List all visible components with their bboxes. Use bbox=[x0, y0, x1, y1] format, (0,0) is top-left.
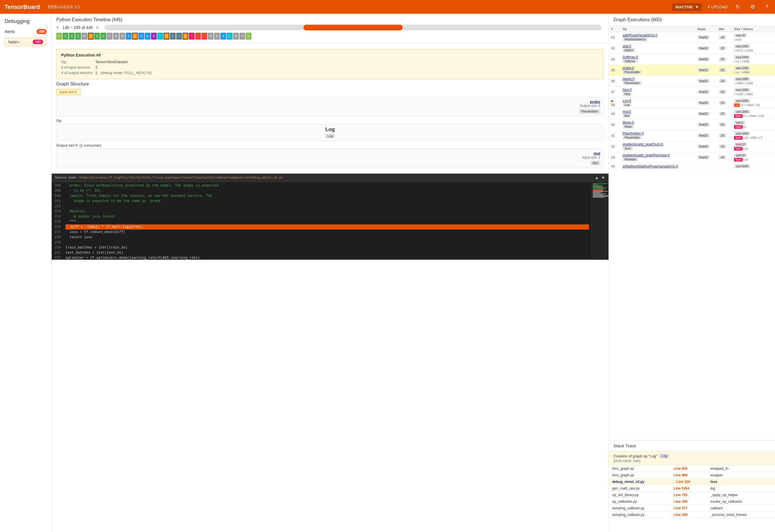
stack-fn-7: _process_stack_frames bbox=[707, 512, 775, 518]
timeline-chip-16[interactable]: C bbox=[157, 33, 163, 40]
timeline-chip-28[interactable]: R bbox=[233, 33, 239, 40]
timeline-chip-19[interactable]: I bbox=[176, 33, 182, 40]
table-row[interactable]: 87Neg:0Negfloat322Dsize:1000□×100 □×900 bbox=[609, 87, 775, 98]
size-83: size:1000 bbox=[734, 44, 750, 48]
table-row[interactable]: 92gradients/add_grad/Sum:0Sumfloat321Dsi… bbox=[609, 141, 775, 152]
timeline-chip-14[interactable]: A bbox=[145, 33, 150, 40]
timeline-chip-5[interactable]: M bbox=[88, 33, 94, 40]
op-name-90[interactable]: Mean:0 bbox=[623, 121, 634, 125]
source-scroll-down[interactable]: ▼ bbox=[601, 175, 605, 180]
refresh-button[interactable]: ↻ bbox=[733, 3, 742, 11]
timeline-chip-0[interactable]: P bbox=[56, 33, 62, 40]
timeline-chip-11[interactable]: A bbox=[126, 33, 131, 40]
timeline-chip-27[interactable]: C bbox=[227, 33, 232, 40]
line-ref-2[interactable]: Line 216 bbox=[676, 480, 690, 484]
timeline-chip-2[interactable]: S bbox=[69, 33, 75, 40]
timeline-scrubber[interactable] bbox=[104, 25, 602, 30]
line-ref-6[interactable]: Line 577 bbox=[674, 506, 687, 510]
output-op-chip[interactable]: Mul bbox=[591, 161, 600, 165]
stack-body[interactable]: func_graph.pyLine 600wrapped_fnfunc_grap… bbox=[609, 465, 775, 532]
timeline-chip-18[interactable]: I bbox=[170, 33, 176, 40]
source-line-219 bbox=[65, 240, 589, 245]
stack-op-badge[interactable]: Log bbox=[659, 454, 669, 458]
timeline-chip-17[interactable]: M bbox=[164, 33, 169, 40]
op-name-93[interactable]: gradients/add_grad/Reshape:0 bbox=[623, 153, 670, 157]
table-row[interactable]: 90Mean:0Meanfloat320Dsize:1NaN×1 bbox=[609, 119, 775, 130]
timeline-chip-3[interactable]: S bbox=[75, 33, 81, 40]
help-button[interactable]: ? bbox=[763, 3, 770, 11]
timeline-chip-30[interactable]: P bbox=[246, 33, 251, 40]
timeline-chip-12[interactable]: m bbox=[132, 33, 138, 40]
settings-button[interactable]: ⚙ bbox=[748, 3, 757, 11]
timeline-chip-29[interactable]: R bbox=[239, 33, 245, 40]
table-row[interactable]: 83add:0AddV2float322Dsize:1000□×471 □×52… bbox=[609, 43, 775, 54]
line-ref-5[interactable]: Line 208 bbox=[674, 500, 687, 504]
line-ref-4[interactable]: Line 755 bbox=[674, 493, 687, 497]
status-dropdown[interactable]: INACTIVE ▼ bbox=[672, 3, 702, 11]
timeline-chip-7[interactable]: S bbox=[100, 33, 106, 40]
timeline-chip-25[interactable]: R bbox=[214, 33, 220, 40]
scrubber-thumb[interactable] bbox=[303, 25, 403, 30]
stack-line-0[interactable]: Line 600 bbox=[670, 465, 707, 472]
timeline-chip-15[interactable]: E bbox=[151, 33, 157, 40]
timeline-chip-10[interactable]: R bbox=[119, 33, 125, 40]
timeline-chip-6[interactable]: S bbox=[94, 33, 100, 40]
line-ref-7[interactable]: Line 258 bbox=[674, 513, 687, 517]
nan-badge[interactable]: NaN/∞ 499 bbox=[5, 38, 47, 46]
timeline-chip-8[interactable]: R bbox=[107, 33, 112, 40]
dim-90: 0D bbox=[719, 123, 726, 127]
timeline-chip-9[interactable]: R bbox=[113, 33, 119, 40]
input-op-chip[interactable]: Placeholder bbox=[579, 109, 600, 114]
timeline-chip-4[interactable]: R bbox=[81, 33, 87, 40]
stack-line-4[interactable]: Line 755 bbox=[670, 492, 707, 498]
timeline-chip-22[interactable]: - bbox=[195, 33, 201, 40]
source-body: 2082092102112122132142152162172182192202… bbox=[52, 182, 609, 260]
table-row[interactable]: 86labels:0Placeholderfloat322Dsize:1000□… bbox=[609, 76, 775, 87]
line-ref-3[interactable]: Line 5264 bbox=[674, 486, 689, 490]
prev-button[interactable]: < bbox=[56, 25, 59, 30]
upload-button[interactable]: ℹ UPLOAD bbox=[708, 5, 728, 9]
timeline-chip-24[interactable]: R bbox=[208, 33, 213, 40]
table-row[interactable]: 94d/MatMul/MatMul/ReadVariableOp:0size:5… bbox=[609, 163, 775, 170]
chevron-down-icon: ▼ bbox=[695, 5, 699, 9]
op-name-85[interactable]: probs:0 bbox=[623, 66, 634, 70]
op-name-87[interactable]: Neg:0 bbox=[623, 88, 632, 92]
table-row[interactable]: 82add/ReadVariableOp:0ReadVariableOpfloa… bbox=[609, 32, 775, 43]
table-row[interactable]: 85probs:0Placeholderfloat322Dsize:1000□×… bbox=[609, 65, 775, 76]
exec-table-container[interactable]: # Op dtype dim Size / Values 82add/ReadV… bbox=[609, 26, 775, 440]
current-op-chip[interactable]: Log bbox=[325, 134, 335, 138]
op-name-86[interactable]: labels:0 bbox=[623, 77, 634, 81]
current-op-box: Log Log bbox=[56, 124, 604, 141]
source-scroll-up[interactable]: ▲ bbox=[595, 175, 599, 180]
timeline-chip-13[interactable]: A bbox=[138, 33, 144, 40]
op-name-89[interactable]: mul:0 bbox=[623, 110, 631, 114]
timeline-chip-21[interactable]: ! bbox=[189, 33, 195, 40]
line-ref-0[interactable]: Line 600 bbox=[674, 467, 687, 471]
op-name-82[interactable]: add/ReadVariableOp:0 bbox=[623, 33, 657, 37]
table-row[interactable]: ▶ 88Log:0Logfloat322Dsize:1000-∞×1 □×994… bbox=[609, 98, 775, 108]
stack-line-1[interactable]: Line 969 bbox=[670, 472, 707, 479]
input-op-name[interactable]: probs bbox=[60, 100, 600, 104]
timeline-chip-23[interactable]: - bbox=[201, 33, 207, 40]
output-op-name[interactable]: mul bbox=[60, 151, 600, 156]
timeline-chip-1[interactable]: S bbox=[63, 33, 68, 40]
op-name-83[interactable]: add:0 bbox=[623, 44, 631, 48]
timeline-chip-26[interactable]: A bbox=[220, 33, 226, 40]
next-button[interactable]: > bbox=[96, 25, 99, 30]
op-name-92[interactable]: gradients/add_grad/Sum:0 bbox=[623, 142, 663, 146]
table-row[interactable]: 84Softmax:0Softmaxfloat322Dsize:1000□×1 … bbox=[609, 54, 775, 65]
stack-line-5[interactable]: Line 208 bbox=[670, 498, 707, 505]
op-name-88[interactable]: Log:0 bbox=[623, 99, 631, 103]
stack-line-2[interactable]: ↓ Line 216 bbox=[670, 479, 707, 485]
stack-line-3[interactable]: Line 5264 bbox=[670, 485, 707, 492]
table-row[interactable]: 91Placeholder:0Placeholderfloat322Dsize:… bbox=[609, 130, 775, 141]
table-row[interactable]: 89mul:0Mulfloat322Dsize:1000NaN×1 □×904 … bbox=[609, 108, 775, 119]
timeline-chip-20[interactable]: m bbox=[182, 33, 188, 40]
table-row[interactable]: 93gradients/add_grad/Reshape:0Reshapeflo… bbox=[609, 152, 775, 163]
op-name-94[interactable]: d/MatMul/MatMul/ReadVariableOp:0 bbox=[623, 164, 678, 168]
op-name-84[interactable]: Softmax:0 bbox=[623, 55, 638, 59]
line-ref-1[interactable]: Line 969 bbox=[674, 473, 687, 477]
stack-line-6[interactable]: Line 577 bbox=[670, 505, 707, 512]
stack-line-7[interactable]: Line 258 bbox=[670, 512, 707, 518]
op-name-91[interactable]: Placeholder:0 bbox=[623, 131, 644, 135]
